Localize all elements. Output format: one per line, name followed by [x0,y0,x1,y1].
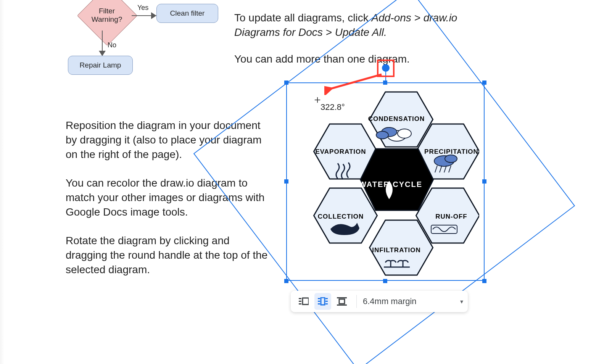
resize-handle-bl[interactable] [284,279,288,283]
svg-point-9 [398,129,411,138]
edge-label-yes: Yes [137,4,148,12]
resize-handle-mr[interactable] [482,179,486,184]
wrap-text-button[interactable] [314,293,331,310]
edge-label-no: No [108,41,116,49]
svg-rect-28 [325,301,328,302]
hex-label-runoff: RUN-OFF [419,213,484,221]
resize-handle-ml[interactable] [284,179,288,184]
resize-handle-bm[interactable] [383,279,387,283]
wrap-inline-button[interactable] [295,293,312,310]
resize-handle-tl[interactable] [284,81,288,85]
toolbar-separator [356,295,357,308]
svg-rect-23 [303,298,309,304]
svg-point-13 [445,155,457,163]
resize-handle-br[interactable] [482,279,486,283]
flowchart-decision: Filter Warning? [76,0,137,46]
svg-rect-24 [318,298,320,299]
svg-rect-26 [318,303,320,304]
svg-rect-33 [339,299,345,304]
image-options-toolbar: 6.4mm margin ▾ [291,291,468,312]
hex-label-evaporation: EVAPORATION [308,148,373,156]
wrap-break-button[interactable] [333,293,350,310]
decision-label: Filter Warning? [76,0,137,46]
page-left-edge [0,0,5,364]
flowchart-process-repair: Repair Lamp [68,56,133,75]
svg-marker-7 [361,149,433,210]
hex-label-collection: COLLECTION [308,213,373,221]
svg-point-11 [376,131,388,139]
svg-rect-20 [299,298,301,299]
caret-down-icon[interactable]: ▾ [460,298,463,305]
svg-rect-32 [337,304,347,306]
svg-rect-30 [321,298,325,305]
arrowhead-right-icon [152,13,156,19]
hex-label-infiltration: INFILTRATION [364,246,429,254]
hex-label-condensation: CONDENSATION [364,115,429,123]
svg-rect-22 [299,303,301,304]
text-segment: To update all diagrams, click [234,12,372,24]
svg-rect-31 [337,297,347,298]
resize-handle-tr[interactable] [482,81,486,85]
selected-image[interactable]: ＋ 322.8° [286,78,485,282]
margin-value[interactable]: 6.4mm margin [363,296,458,306]
svg-rect-21 [299,301,301,302]
hex-label-precipitation: PRECIPITATION [419,148,484,156]
hex-label-center: WATER CYCLE [356,180,425,189]
flowchart-process-clean: Clean filter [156,4,218,23]
svg-rect-29 [325,303,328,304]
svg-rect-25 [318,301,320,302]
water-cycle-diagram: CONDENSATION EVAPORATION PRECIPITATION W… [292,85,479,279]
svg-rect-27 [325,298,328,299]
